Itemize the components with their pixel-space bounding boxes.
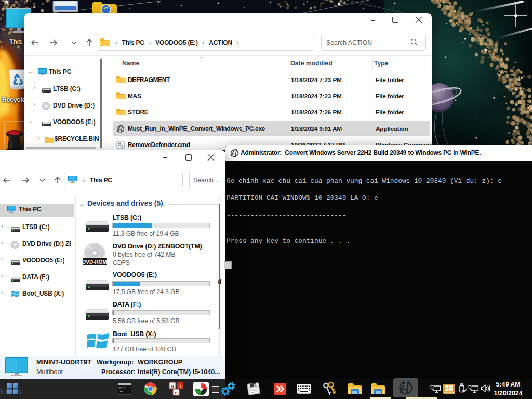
svg-text:n: n bbox=[175, 390, 178, 395]
svg-text:u: u bbox=[171, 383, 174, 389]
svg-text:i: i bbox=[180, 383, 181, 389]
svg-text:C:\: C:\ bbox=[119, 387, 126, 390]
svg-text:DVD-ROM: DVD-ROM bbox=[83, 259, 107, 265]
